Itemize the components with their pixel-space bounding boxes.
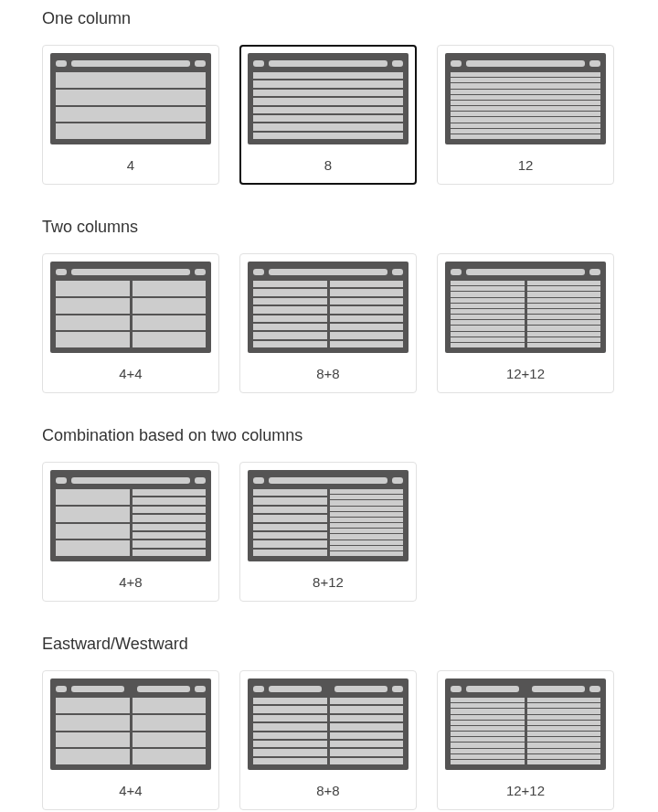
thumb-column — [253, 489, 327, 556]
thumb-header — [451, 59, 600, 68]
layout-option-card[interactable]: 4+4 — [42, 253, 219, 393]
layout-option-label: 12+12 — [506, 783, 545, 798]
thumb-column — [253, 72, 403, 139]
layout-option-label: 4 — [127, 157, 134, 173]
thumb-body — [451, 281, 600, 347]
card-row: 4+48+812+12 — [42, 670, 616, 810]
thumb-body — [253, 72, 403, 139]
thumb-column — [56, 281, 130, 347]
layout-option-card[interactable]: 4+4 — [42, 670, 219, 810]
thumb-header — [451, 684, 600, 693]
thumb-column — [133, 489, 207, 556]
thumb-column — [253, 281, 327, 347]
layout-option-card[interactable]: 8+12 — [239, 462, 417, 602]
thumb-column — [330, 281, 404, 347]
thumb-column — [330, 489, 404, 556]
thumb-body — [253, 698, 403, 764]
thumb-column — [451, 281, 525, 347]
layout-option-label: 8+8 — [316, 783, 339, 798]
layout-thumbnail — [50, 678, 211, 770]
layout-thumbnail — [248, 678, 409, 770]
layout-thumbnail — [248, 262, 409, 353]
layout-thumbnail — [50, 262, 211, 353]
thumb-column — [330, 698, 404, 764]
card-row: 4812 — [42, 45, 616, 185]
layout-option-card[interactable]: 12 — [437, 45, 614, 185]
section-title: Combination based on two columns — [42, 426, 616, 445]
thumb-header — [56, 267, 206, 276]
thumb-column — [451, 72, 600, 139]
thumb-header — [253, 684, 403, 693]
thumb-body — [56, 281, 206, 347]
layout-option-label: 8+8 — [316, 366, 339, 381]
thumb-header — [253, 59, 403, 68]
section-title: One column — [42, 9, 616, 28]
layout-picker: One column4812Two columns4+48+812+12Comb… — [0, 0, 658, 810]
layout-option-card[interactable]: 8 — [239, 45, 417, 185]
layout-option-card[interactable]: 12+12 — [437, 253, 614, 393]
thumb-column — [56, 489, 130, 556]
thumb-column — [56, 698, 130, 764]
thumb-body — [56, 72, 206, 139]
layout-option-label: 4+4 — [119, 366, 142, 381]
thumb-body — [451, 698, 600, 764]
layout-option-label: 8 — [324, 157, 332, 173]
layout-thumbnail — [248, 470, 409, 561]
thumb-header — [253, 475, 403, 485]
thumb-body — [253, 489, 403, 556]
layout-thumbnail — [445, 53, 606, 144]
layout-option-label: 12 — [518, 157, 534, 173]
layout-thumbnail — [50, 53, 211, 144]
layout-option-label: 12+12 — [506, 366, 545, 381]
layout-option-card[interactable]: 8+8 — [239, 253, 417, 393]
thumb-body — [56, 489, 206, 556]
card-row: 4+48+812+12 — [42, 253, 616, 393]
layout-option-card[interactable]: 8+8 — [239, 670, 417, 810]
layout-thumbnail — [248, 53, 409, 144]
thumb-column — [133, 698, 207, 764]
thumb-body — [451, 72, 600, 139]
thumb-body — [253, 281, 403, 347]
layout-option-card[interactable]: 4+8 — [42, 462, 219, 602]
layout-thumbnail — [445, 678, 606, 770]
thumb-column — [56, 72, 206, 139]
section-title: Two columns — [42, 218, 616, 237]
card-row: 4+88+12 — [42, 462, 616, 602]
layout-option-label: 8+12 — [313, 574, 344, 590]
thumb-column — [253, 698, 327, 764]
layout-option-card[interactable]: 12+12 — [437, 670, 614, 810]
thumb-header — [451, 267, 600, 276]
thumb-header — [253, 267, 403, 276]
thumb-header — [56, 59, 206, 68]
section-title: Eastward/Westward — [42, 635, 616, 654]
thumb-column — [527, 281, 601, 347]
layout-option-card[interactable]: 4 — [42, 45, 219, 185]
layout-option-label: 4+4 — [119, 783, 142, 798]
layout-thumbnail — [50, 470, 211, 561]
thumb-header — [56, 684, 206, 693]
layout-thumbnail — [445, 262, 606, 353]
thumb-column — [133, 281, 207, 347]
thumb-column — [451, 698, 525, 764]
thumb-column — [527, 698, 601, 764]
thumb-header — [56, 475, 206, 485]
thumb-body — [56, 698, 206, 764]
layout-option-label: 4+8 — [119, 574, 142, 590]
